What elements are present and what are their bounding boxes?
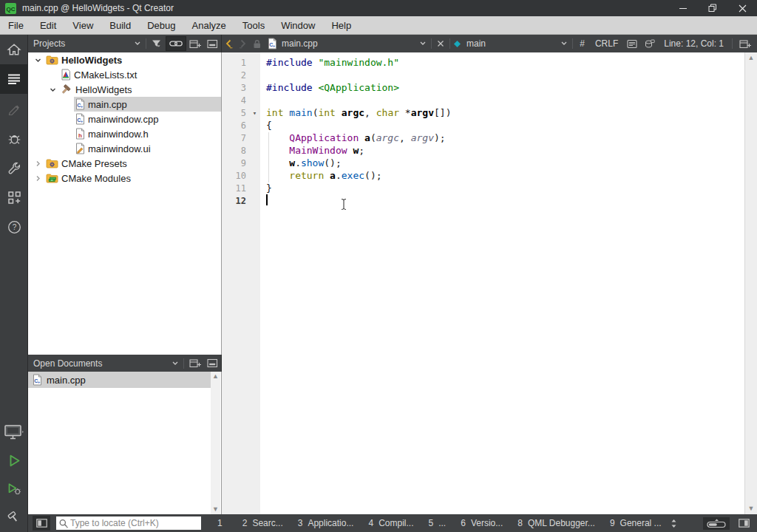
debug-run-button[interactable] [0, 474, 28, 502]
output-pane-6[interactable]: 6Versio... [455, 514, 509, 532]
pane-selector-chevron-icon[interactable] [132, 36, 143, 51]
mode-design[interactable] [0, 94, 28, 123]
go-back-icon[interactable] [222, 36, 236, 51]
close-pane-icon[interactable] [204, 356, 221, 371]
line-ending-selector[interactable]: CRLF [591, 38, 622, 49]
mode-projects[interactable] [0, 153, 28, 183]
menu-view[interactable]: View [64, 16, 101, 34]
editor-settings-icon[interactable] [642, 36, 658, 51]
scroll-up-icon[interactable]: ▲ [212, 373, 219, 380]
tree-item-cmake-modules[interactable]: CMake Modules [28, 171, 221, 185]
gutter-line-5: 5▾ [222, 106, 260, 119]
open-documents-scrollbar[interactable]: ▲ ▼ [211, 372, 220, 514]
output-pane-4[interactable]: 4Compil... [362, 514, 419, 532]
editor-gutter: 12345▾6789101112 [222, 52, 260, 514]
menu-tools[interactable]: Tools [234, 16, 273, 34]
output-pane-5[interactable]: 5... [423, 514, 452, 532]
tree-item-mainwindow-cpp[interactable]: C+mainwindow.cpp [28, 112, 221, 126]
pane-selector-chevron-icon[interactable] [169, 356, 181, 371]
gutter-line-11: 11 [222, 182, 260, 194]
mode-help[interactable]: ? [0, 212, 28, 242]
restore-button[interactable] [698, 0, 727, 16]
code-area[interactable]: #include "mainwindow.h" #include <QAppli… [266, 56, 744, 207]
debug-mode-icon [7, 132, 21, 146]
tree-item-hellowidgets[interactable]: HelloWidgets [28, 52, 221, 67]
projects-pane-selector[interactable]: Projects [33, 38, 65, 49]
document-outline-icon[interactable] [624, 36, 640, 51]
cursor-position-indicator[interactable]: Line: 12, Col: 1 [659, 38, 728, 49]
minimize-button[interactable] [668, 0, 698, 16]
gutter-line-3: 3 [222, 81, 260, 94]
close-button[interactable] [727, 0, 757, 16]
output-pane-8[interactable]: 8QML Debugger... [512, 514, 601, 532]
close-document-icon[interactable] [434, 36, 447, 51]
toggle-right-sidebar-icon[interactable] [736, 516, 753, 531]
design-mode-icon [7, 103, 21, 115]
sync-with-editor-icon[interactable] [166, 36, 186, 51]
run-icon [8, 454, 21, 468]
editor-scrollbar[interactable]: ▲ ▼ [744, 52, 757, 514]
output-pane-9[interactable]: 9General ... [604, 514, 668, 532]
expander-icon[interactable] [31, 57, 44, 64]
scroll-down-icon[interactable]: ▼ [212, 506, 219, 513]
tree-item-mainwindow-h[interactable]: hmainwindow.h [28, 126, 221, 141]
gutter-line-4: 4 [222, 94, 260, 106]
menu-file[interactable]: File [0, 16, 32, 34]
menu-help[interactable]: Help [323, 16, 359, 34]
expander-icon[interactable] [46, 86, 59, 93]
tree-item-main-cpp[interactable]: C+main.cpp [28, 97, 221, 112]
open-document-main-cpp[interactable]: C+main.cpp [28, 372, 211, 388]
tree-item-content: HelloWidgets [59, 82, 221, 97]
title-bar: QC main.cpp @ HelloWidgets - Qt Creator [0, 0, 757, 16]
menu-debug[interactable]: Debug [139, 16, 183, 34]
build-progress-toggle-icon[interactable] [703, 517, 730, 530]
run-button[interactable] [0, 446, 28, 474]
split-pane-icon[interactable] [186, 36, 204, 51]
mode-edit[interactable] [0, 64, 28, 94]
menu-build[interactable]: Build [101, 16, 139, 34]
output-pane-1[interactable]: 1 [211, 514, 234, 532]
kit-selector-button[interactable] [0, 418, 28, 446]
cpp-file-icon: C+ [75, 113, 85, 125]
debug-run-icon [7, 482, 21, 496]
mode-welcome[interactable] [0, 35, 28, 64]
svg-text:+: + [81, 119, 83, 123]
fold-marker-icon[interactable]: ▾ [249, 109, 260, 117]
go-forward-icon[interactable] [236, 36, 250, 51]
expander-icon[interactable] [31, 160, 44, 167]
scroll-down-icon[interactable]: ▼ [748, 505, 755, 512]
output-pane-arrows-icon[interactable] [668, 516, 680, 531]
split-pane-icon[interactable] [186, 356, 204, 371]
menu-edit[interactable]: Edit [32, 16, 64, 34]
menu-analyze[interactable]: Analyze [184, 16, 234, 34]
mode-debug[interactable] [0, 123, 28, 153]
svg-text:QC: QC [7, 6, 16, 13]
menu-window[interactable]: Window [273, 16, 323, 34]
code-line-8: MainWindow w; [266, 144, 744, 157]
symbol-dropdown[interactable]: main [452, 35, 570, 52]
build-button[interactable] [0, 502, 28, 531]
gutter-line-7: 7 [222, 132, 260, 144]
close-pane-icon[interactable] [204, 36, 221, 51]
tree-item-cmakelists-txt[interactable]: CMakeLists.txt [28, 67, 221, 82]
tree-item-hellowidgets[interactable]: HelloWidgets [28, 82, 221, 97]
open-file-dropdown[interactable]: C+ main.cpp [268, 35, 429, 52]
code-editor[interactable]: 12345▾6789101112 #include "mainwindow.h"… [222, 52, 757, 514]
current-symbol: main [466, 38, 486, 49]
mode-extensions[interactable] [0, 183, 28, 212]
output-pane-3[interactable]: 3Applicatio... [292, 514, 360, 532]
hash-button[interactable]: # [575, 38, 589, 49]
qt-creator-window: QC main.cpp @ HelloWidgets - Qt Creator … [0, 0, 757, 532]
split-editor-icon[interactable] [736, 36, 754, 51]
filter-icon[interactable] [149, 36, 166, 51]
tree-item-mainwindow-ui[interactable]: mainwindow.ui [28, 141, 221, 156]
toggle-left-sidebar-icon[interactable] [33, 516, 50, 531]
locator-input[interactable] [70, 518, 199, 528]
tree-item-cmake-presets[interactable]: CMake Presets [28, 156, 221, 171]
locator[interactable] [56, 516, 201, 530]
scroll-up-icon[interactable]: ▲ [748, 55, 755, 61]
open-documents-title[interactable]: Open Documents [33, 358, 102, 369]
output-pane-2[interactable]: 2Searc... [237, 514, 289, 532]
expander-icon[interactable] [31, 175, 44, 182]
tree-item-label: HelloWidgets [61, 55, 122, 66]
